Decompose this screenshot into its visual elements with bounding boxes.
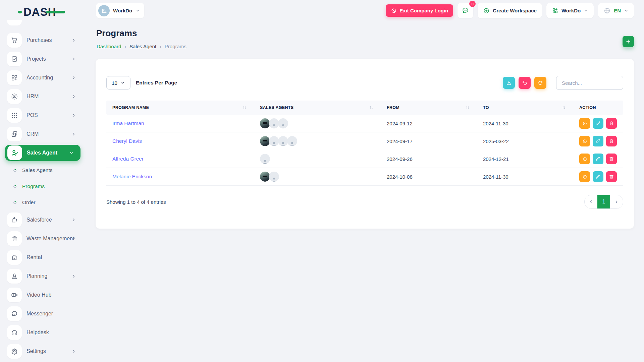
chevron-left-icon <box>589 199 593 204</box>
delete-button[interactable] <box>606 118 617 129</box>
entries-per-page-select[interactable]: 10 <box>106 76 130 89</box>
sort-icon <box>466 106 470 110</box>
sidebar-subitem-order[interactable]: Order <box>0 194 86 210</box>
sidebar-item-rental[interactable]: Rental <box>0 248 86 267</box>
program-name-link[interactable]: Alfreda Greer <box>112 156 144 162</box>
program-name-link[interactable]: Irma Hartman <box>112 120 144 126</box>
sales-agents-cell <box>254 154 381 164</box>
sidebar-item-helpdesk[interactable]: Helpdesk <box>0 323 86 342</box>
sidebar-subitem-programs[interactable]: Programs <box>0 178 86 194</box>
agent-photo-avatar <box>260 136 270 146</box>
program-name-cell: Cheryl Davis <box>106 138 254 144</box>
eye-icon <box>582 174 588 180</box>
edit-button[interactable] <box>593 136 603 146</box>
table-body: Irma Hartman2024-09-122024-11-30Cheryl D… <box>106 115 623 186</box>
refresh-icon <box>537 80 543 86</box>
column-label: FROM <box>387 105 399 110</box>
sidebar-item-planning[interactable]: Planning <box>0 267 86 286</box>
programs-table-card: 10 Entries Per Page PROGRAM NAMESALES AG… <box>96 59 634 229</box>
app-switcher-label: WorkDo <box>561 8 581 13</box>
language-selector[interactable]: EN <box>598 3 634 18</box>
column-header-sales-agents[interactable]: SALES AGENTS <box>254 105 381 110</box>
program-name-link[interactable]: Melanie Erickson <box>112 174 152 179</box>
agent-photo-avatar <box>260 118 270 128</box>
person-dashed-icon <box>11 93 18 100</box>
column-header-from[interactable]: FROM <box>381 105 477 110</box>
pencil-icon <box>595 156 601 162</box>
program-name-cell: Alfreda Greer <box>106 156 254 162</box>
breadcrumb-dashboard-link[interactable]: Dashboard <box>97 44 121 49</box>
sidebar-item-purchases[interactable]: Purchases <box>0 31 86 50</box>
delete-button[interactable] <box>606 154 617 164</box>
sidebar-subitem-sales-agents[interactable]: Sales Agents <box>0 162 86 178</box>
globe-icon <box>603 7 611 14</box>
column-header-action: ACTION <box>573 105 623 110</box>
pagination-page-1[interactable]: 1 <box>597 195 610 208</box>
view-button[interactable] <box>579 136 590 146</box>
workspace-name: WorkDo <box>113 8 132 13</box>
refresh-button[interactable] <box>534 77 546 89</box>
sidebar-item-hrm[interactable]: HRM <box>0 87 86 106</box>
export-button[interactable] <box>503 77 515 89</box>
exit-company-login-button[interactable]: Exit Company Login <box>386 4 453 17</box>
sidebar-item-sales-agent[interactable]: Sales Agent <box>5 145 80 161</box>
sidebar-item-pos[interactable]: POS <box>0 106 86 125</box>
ban-icon <box>391 8 397 14</box>
delete-button[interactable] <box>606 136 617 146</box>
view-button[interactable] <box>579 171 590 182</box>
edit-button[interactable] <box>593 154 603 164</box>
program-name-cell: Irma Hartman <box>106 120 254 126</box>
messages-button[interactable]: 0 <box>458 3 473 18</box>
sidebar-item-label: Salesforce <box>26 217 52 223</box>
headphones-icon <box>11 329 18 336</box>
pagination-prev-button[interactable] <box>585 195 597 208</box>
from-date: 2024-09-12 <box>381 121 477 126</box>
sidebar-item-label: Waste Management <box>26 236 74 242</box>
add-program-button[interactable] <box>623 36 634 47</box>
create-workspace-label: Create Workspace <box>493 8 537 13</box>
sidebar-item-label: Projects <box>26 56 46 62</box>
sidebar-item-video-hub[interactable]: Video Hub <box>0 286 86 304</box>
sidebar-item-settings[interactable]: Settings <box>0 342 86 361</box>
delete-button[interactable] <box>606 171 617 182</box>
edit-button[interactable] <box>593 171 603 182</box>
pagination-next-button[interactable] <box>610 195 623 208</box>
search-input[interactable] <box>556 76 623 90</box>
app-switcher-button[interactable]: WorkDo <box>546 3 594 18</box>
view-button[interactable] <box>579 154 590 164</box>
sidebar-item-label: Messenger <box>26 311 53 317</box>
program-name-link[interactable]: Cheryl Davis <box>112 138 142 144</box>
pencil-icon <box>595 138 601 144</box>
action-cell <box>573 171 623 182</box>
eye-icon <box>582 156 588 162</box>
partial-sidebar-icon <box>7 20 22 25</box>
sidebar-item-crm[interactable]: CRM <box>0 125 86 143</box>
sales-agents-cell <box>254 172 381 182</box>
sidebar: PurchasesProjectsAccountingHRMPOSCRMSale… <box>0 31 86 361</box>
column-label: ACTION <box>579 105 596 110</box>
to-date: 2025-03-22 <box>477 138 573 144</box>
sidebar-item-salesforce[interactable]: Salesforce <box>0 210 86 229</box>
breadcrumb-sales-agent-link[interactable]: Sales Agent <box>129 44 156 49</box>
action-cell <box>573 154 623 164</box>
chevron-right-icon <box>71 38 76 43</box>
person-placeholder-icon <box>289 140 296 146</box>
column-header-to[interactable]: TO <box>477 105 573 110</box>
workspace-selector[interactable]: WorkDo <box>96 3 144 18</box>
create-workspace-button[interactable]: Create Workspace <box>478 3 542 18</box>
chevron-right-icon <box>71 57 76 61</box>
edit-button[interactable] <box>593 118 603 129</box>
app-logo[interactable]: DASH <box>23 6 56 18</box>
sidebar-item-messenger[interactable]: Messenger <box>0 304 86 323</box>
column-header-program-name[interactable]: PROGRAM NAME <box>106 105 254 110</box>
sidebar-item-waste-management[interactable]: Waste Management <box>0 229 86 248</box>
sidebar-item-projects[interactable]: Projects <box>0 50 86 68</box>
dots-grid-icon <box>11 112 18 119</box>
chevron-down-icon <box>69 150 74 155</box>
reset-button[interactable] <box>519 77 531 89</box>
view-button[interactable] <box>579 118 590 129</box>
sidebar-icon-box <box>7 250 22 265</box>
agents-avatars <box>260 118 381 128</box>
sidebar-item-label: Purchases <box>26 37 52 43</box>
sidebar-item-accounting[interactable]: Accounting <box>0 68 86 87</box>
